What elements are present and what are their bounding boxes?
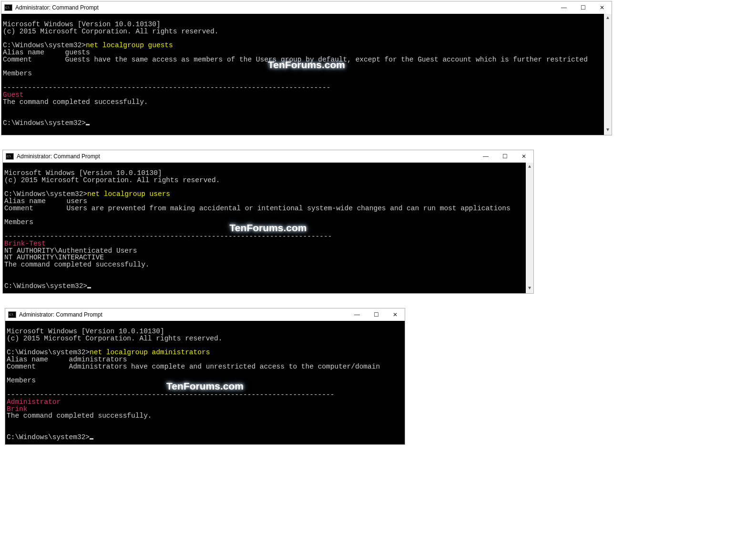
member-administrator: Administrator: [7, 398, 61, 406]
window-controls: — ☐ ✕: [347, 308, 405, 321]
comment-label: Comment: [4, 205, 33, 212]
copyright-line: (c) 2015 Microsoft Corporation. All righ…: [7, 335, 222, 342]
watermark: TenForums.com: [166, 383, 244, 390]
comment-label: Comment: [3, 56, 32, 63]
alias-label: Alias name: [7, 356, 48, 363]
window-title: Administrator: Command Prompt: [17, 153, 100, 160]
watermark: TenForums.com: [230, 225, 307, 232]
success-line: The command completed successfully.: [4, 261, 150, 268]
divider: ----------------------------------------…: [7, 391, 334, 399]
copyright-line: (c) 2015 Microsoft Corporation. All righ…: [4, 176, 220, 184]
scrollbar[interactable]: ▲ ▼: [526, 163, 533, 293]
alias-value: guests: [65, 49, 90, 56]
titlebar[interactable]: c:\ Administrator: Command Prompt — ☐ ✕: [5, 308, 405, 321]
divider: ----------------------------------------…: [3, 84, 330, 92]
maximize-button[interactable]: ☐: [573, 1, 593, 14]
member-brink-test: Brink-Test: [4, 240, 46, 247]
cursor: [86, 124, 90, 125]
copyright-line: (c) 2015 Microsoft Corporation. All righ…: [3, 28, 218, 35]
member-interactive: NT AUTHORITY\INTERACTIVE: [4, 254, 104, 261]
prompt: C:\Windows\system32>: [3, 119, 86, 127]
terminal-output[interactable]: Microsoft Windows [Version 10.0.10130] (…: [1, 14, 612, 135]
members-label: Members: [7, 377, 36, 384]
terminal-output[interactable]: Microsoft Windows [Version 10.0.10130] (…: [5, 321, 405, 444]
command-text: net localgroup guests: [86, 41, 173, 49]
window-controls: — ☐ ✕: [554, 1, 612, 14]
close-button[interactable]: ✕: [514, 150, 533, 163]
success-line: The command completed successfully.: [3, 98, 148, 106]
divider: ----------------------------------------…: [4, 233, 332, 240]
terminal-output[interactable]: Microsoft Windows [Version 10.0.10130] (…: [3, 163, 533, 293]
cmd-window-users: c:\ Administrator: Command Prompt — ☐ ✕ …: [2, 150, 534, 294]
members-label: Members: [3, 70, 32, 77]
command-text: net localgroup administrators: [90, 349, 210, 356]
cmd-icon: c:\: [6, 153, 14, 160]
titlebar[interactable]: c:\ Administrator: Command Prompt — ☐ ✕: [3, 150, 533, 163]
version-line: Microsoft Windows [Version 10.0.10130]: [7, 328, 164, 335]
comment-value: Users are prevented from making accident…: [67, 205, 511, 212]
success-line: The command completed successfully.: [7, 412, 152, 420]
scroll-down-icon[interactable]: ▼: [606, 126, 609, 135]
titlebar[interactable]: c:\ Administrator: Command Prompt — ☐ ✕: [1, 1, 612, 14]
alias-label: Alias name: [3, 49, 44, 56]
comment-value: Administrators have complete and unrestr…: [69, 363, 380, 370]
scroll-up-icon[interactable]: ▲: [606, 14, 609, 23]
maximize-button[interactable]: ☐: [495, 150, 514, 163]
cursor: [90, 438, 93, 440]
member-auth-users: NT AUTHORITY\Authenticated Users: [4, 247, 137, 255]
comment-value: Guests have the same access as members o…: [65, 56, 588, 63]
cmd-icon: c:\: [8, 311, 16, 318]
cursor: [87, 287, 91, 288]
scroll-up-icon[interactable]: ▲: [528, 163, 531, 172]
close-button[interactable]: ✕: [593, 1, 612, 14]
version-line: Microsoft Windows [Version 10.0.10130]: [3, 21, 161, 28]
maximize-button[interactable]: ☐: [367, 308, 386, 321]
window-title: Administrator: Command Prompt: [19, 311, 102, 318]
close-button[interactable]: ✕: [386, 308, 405, 321]
version-line: Microsoft Windows [Version 10.0.10130]: [4, 169, 162, 177]
cmd-window-administrators: c:\ Administrator: Command Prompt — ☐ ✕ …: [5, 308, 405, 445]
minimize-button[interactable]: —: [476, 150, 495, 163]
minimize-button[interactable]: —: [554, 1, 573, 14]
members-label: Members: [4, 218, 33, 226]
cmd-window-guests: c:\ Administrator: Command Prompt — ☐ ✕ …: [1, 1, 612, 135]
prompt: C:\Windows\system32>: [7, 433, 90, 441]
scrollbar[interactable]: ▲ ▼: [604, 14, 612, 135]
command-text: net localgroup users: [87, 190, 170, 198]
alias-label: Alias name: [4, 197, 46, 205]
member-brink: Brink: [7, 405, 28, 413]
window-title: Administrator: Command Prompt: [15, 4, 99, 11]
alias-value: users: [67, 197, 88, 205]
cmd-icon: c:\: [4, 4, 12, 11]
alias-value: administrators: [69, 356, 127, 363]
prompt: C:\Windows\system32>: [3, 41, 86, 49]
window-controls: — ☐ ✕: [476, 150, 533, 163]
prompt: C:\Windows\system32>: [4, 190, 87, 198]
prompt: C:\Windows\system32>: [7, 349, 90, 356]
minimize-button[interactable]: —: [347, 308, 367, 321]
member-guest: Guest: [3, 91, 24, 99]
prompt: C:\Windows\system32>: [4, 282, 87, 290]
comment-label: Comment: [7, 363, 36, 370]
scroll-down-icon[interactable]: ▼: [528, 284, 531, 293]
